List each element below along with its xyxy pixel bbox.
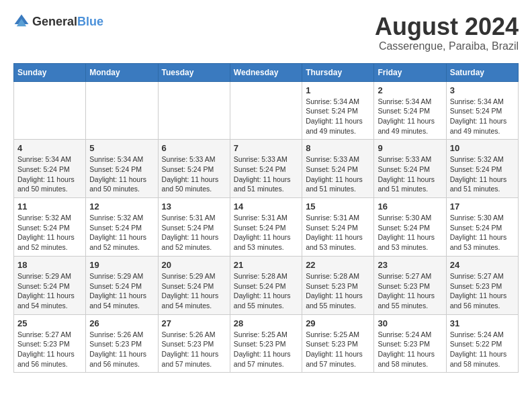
day-number: 5 [89,143,154,153]
day-info: Sunrise: 5:33 AM Sunset: 5:24 PM Dayligh… [378,154,442,194]
day-number: 24 [450,260,515,270]
day-number: 17 [450,201,515,212]
calendar-cell: 19Sunrise: 5:29 AM Sunset: 5:24 PM Dayli… [86,256,158,314]
calendar-cell: 7Sunrise: 5:33 AM Sunset: 5:24 PM Daylig… [230,140,302,198]
calendar-cell: 10Sunrise: 5:32 AM Sunset: 5:24 PM Dayli… [446,140,518,198]
week-row-2: 4Sunrise: 5:34 AM Sunset: 5:24 PM Daylig… [14,140,519,198]
calendar-cell: 25Sunrise: 5:27 AM Sunset: 5:23 PM Dayli… [14,314,86,373]
day-number: 20 [162,260,226,270]
day-number: 23 [378,260,442,270]
day-number: 14 [234,201,298,212]
day-info: Sunrise: 5:34 AM Sunset: 5:24 PM Dayligh… [450,97,515,136]
day-info: Sunrise: 5:26 AM Sunset: 5:23 PM Dayligh… [162,330,226,369]
calendar-subtitle: Casserengue, Paraiba, Brazil [375,40,519,52]
day-info: Sunrise: 5:33 AM Sunset: 5:24 PM Dayligh… [306,154,370,194]
col-wednesday: Wednesday [230,63,302,81]
day-number: 6 [162,143,226,153]
day-number: 7 [234,143,298,153]
day-number: 18 [17,260,82,270]
week-row-3: 11Sunrise: 5:32 AM Sunset: 5:24 PM Dayli… [14,198,519,257]
calendar-cell: 18Sunrise: 5:29 AM Sunset: 5:24 PM Dayli… [14,256,86,314]
calendar-cell: 22Sunrise: 5:28 AM Sunset: 5:23 PM Dayli… [302,256,374,314]
day-info: Sunrise: 5:30 AM Sunset: 5:24 PM Dayligh… [450,213,515,253]
day-number: 13 [162,201,226,212]
day-info: Sunrise: 5:29 AM Sunset: 5:24 PM Dayligh… [17,271,82,311]
day-info: Sunrise: 5:28 AM Sunset: 5:24 PM Dayligh… [234,271,298,311]
col-monday: Monday [86,63,158,81]
logo-text-blue: Blue [77,15,103,28]
calendar-cell: 4Sunrise: 5:34 AM Sunset: 5:24 PM Daylig… [14,140,86,198]
day-number: 2 [378,85,442,95]
day-number: 3 [450,85,515,95]
calendar-cell: 12Sunrise: 5:32 AM Sunset: 5:24 PM Dayli… [86,198,158,257]
day-info: Sunrise: 5:32 AM Sunset: 5:24 PM Dayligh… [17,213,82,253]
calendar-header: Sunday Monday Tuesday Wednesday Thursday… [14,63,519,81]
day-number: 16 [378,201,442,212]
day-info: Sunrise: 5:30 AM Sunset: 5:24 PM Dayligh… [378,213,442,253]
day-number: 11 [17,201,82,212]
col-tuesday: Tuesday [158,63,230,81]
calendar-cell: 5Sunrise: 5:34 AM Sunset: 5:24 PM Daylig… [86,140,158,198]
calendar-cell: 2Sunrise: 5:34 AM Sunset: 5:24 PM Daylig… [374,81,446,140]
day-info: Sunrise: 5:32 AM Sunset: 5:24 PM Dayligh… [450,154,515,194]
day-info: Sunrise: 5:34 AM Sunset: 5:24 PM Dayligh… [378,97,442,136]
day-number: 8 [306,143,370,153]
calendar-cell: 28Sunrise: 5:25 AM Sunset: 5:23 PM Dayli… [230,314,302,373]
day-number: 22 [306,260,370,270]
day-number: 28 [234,318,298,328]
calendar-cell: 15Sunrise: 5:31 AM Sunset: 5:24 PM Dayli… [302,198,374,257]
day-info: Sunrise: 5:26 AM Sunset: 5:23 PM Dayligh… [89,330,154,369]
week-row-4: 18Sunrise: 5:29 AM Sunset: 5:24 PM Dayli… [14,256,519,314]
calendar-cell: 16Sunrise: 5:30 AM Sunset: 5:24 PM Dayli… [374,198,446,257]
day-number: 15 [306,201,370,212]
day-number: 29 [306,318,370,328]
day-info: Sunrise: 5:34 AM Sunset: 5:24 PM Dayligh… [17,154,82,194]
calendar-cell: 9Sunrise: 5:33 AM Sunset: 5:24 PM Daylig… [374,140,446,198]
col-sunday: Sunday [14,63,86,81]
day-info: Sunrise: 5:24 AM Sunset: 5:23 PM Dayligh… [378,330,442,369]
day-info: Sunrise: 5:31 AM Sunset: 5:24 PM Dayligh… [306,213,370,253]
calendar-cell: 14Sunrise: 5:31 AM Sunset: 5:24 PM Dayli… [230,198,302,257]
calendar-cell: 29Sunrise: 5:25 AM Sunset: 5:23 PM Dayli… [302,314,374,373]
day-info: Sunrise: 5:27 AM Sunset: 5:23 PM Dayligh… [378,271,442,311]
col-friday: Friday [374,63,446,81]
day-info: Sunrise: 5:28 AM Sunset: 5:23 PM Dayligh… [306,271,370,311]
header-row: Sunday Monday Tuesday Wednesday Thursday… [14,63,519,81]
day-info: Sunrise: 5:29 AM Sunset: 5:24 PM Dayligh… [162,271,226,311]
calendar-cell [86,81,158,140]
calendar-title: August 2024 [375,13,519,40]
day-info: Sunrise: 5:34 AM Sunset: 5:24 PM Dayligh… [89,154,154,194]
day-number: 30 [378,318,442,328]
day-info: Sunrise: 5:27 AM Sunset: 5:23 PM Dayligh… [450,271,515,311]
calendar-cell [14,81,86,140]
calendar-cell: 17Sunrise: 5:30 AM Sunset: 5:24 PM Dayli… [446,198,518,257]
calendar-body: 1Sunrise: 5:34 AM Sunset: 5:24 PM Daylig… [14,81,519,373]
calendar-cell: 24Sunrise: 5:27 AM Sunset: 5:23 PM Dayli… [446,256,518,314]
day-number: 27 [162,318,226,328]
col-saturday: Saturday [446,63,518,81]
day-info: Sunrise: 5:27 AM Sunset: 5:23 PM Dayligh… [17,330,82,369]
day-number: 12 [89,201,154,212]
day-number: 21 [234,260,298,270]
day-info: Sunrise: 5:34 AM Sunset: 5:24 PM Dayligh… [306,97,370,136]
day-number: 10 [450,143,515,153]
day-info: Sunrise: 5:25 AM Sunset: 5:23 PM Dayligh… [234,330,298,369]
calendar-cell: 11Sunrise: 5:32 AM Sunset: 5:24 PM Dayli… [14,198,86,257]
calendar-cell: 30Sunrise: 5:24 AM Sunset: 5:23 PM Dayli… [374,314,446,373]
day-number: 9 [378,143,442,153]
week-row-5: 25Sunrise: 5:27 AM Sunset: 5:23 PM Dayli… [14,314,519,373]
calendar-cell: 23Sunrise: 5:27 AM Sunset: 5:23 PM Dayli… [374,256,446,314]
week-row-1: 1Sunrise: 5:34 AM Sunset: 5:24 PM Daylig… [14,81,519,140]
page-header: GeneralBlue August 2024 Casserengue, Par… [13,13,519,52]
calendar-cell: 3Sunrise: 5:34 AM Sunset: 5:24 PM Daylig… [446,81,518,140]
day-info: Sunrise: 5:31 AM Sunset: 5:24 PM Dayligh… [234,213,298,253]
logo-icon [13,13,30,30]
calendar-cell [230,81,302,140]
day-number: 31 [450,318,515,328]
col-thursday: Thursday [302,63,374,81]
calendar-cell: 13Sunrise: 5:31 AM Sunset: 5:24 PM Dayli… [158,198,230,257]
calendar-cell: 6Sunrise: 5:33 AM Sunset: 5:24 PM Daylig… [158,140,230,198]
day-info: Sunrise: 5:33 AM Sunset: 5:24 PM Dayligh… [162,154,226,194]
day-info: Sunrise: 5:33 AM Sunset: 5:24 PM Dayligh… [234,154,298,194]
day-number: 19 [89,260,154,270]
